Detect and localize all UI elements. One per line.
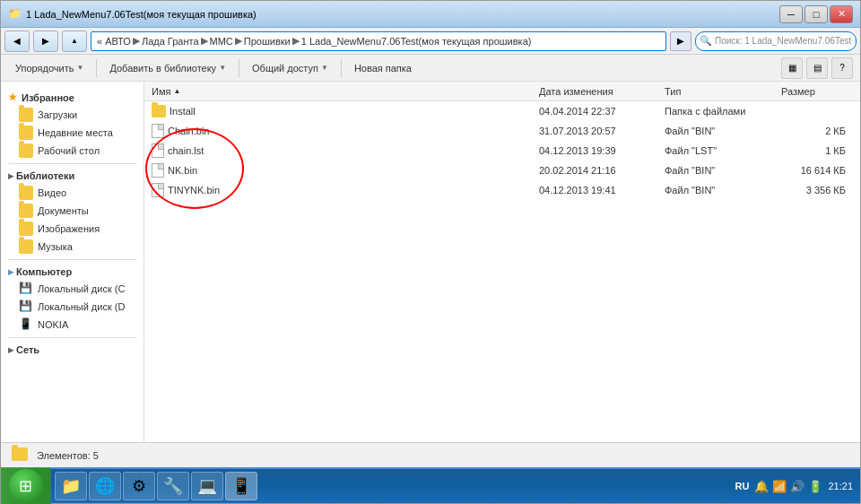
clock-time: 21:21 [828, 480, 853, 492]
file-list-header: Имя ▲ Дата изменения Тип Размер [144, 82, 860, 101]
search-box[interactable]: 🔍 Поиск: 1 Lada_NewMenu7.06Test(мо... [695, 31, 857, 51]
table-row[interactable]: Chain.bin 31.07.2013 20:57 Файл "BIN" 2 … [144, 121, 860, 141]
taskbar-items: 📁 🌐 ⚙ 🔧 💻 📱 [51, 472, 728, 500]
tool2-icon: 🔧 [163, 476, 183, 496]
search-icon: 🔍 [700, 35, 712, 47]
sidebar-item-desktop[interactable]: Рабочий стол [1, 142, 144, 160]
favorites-header[interactable]: ★ Избранное [1, 89, 144, 106]
sidebar-item-drive-c[interactable]: 💾 Локальный диск (C [1, 280, 144, 298]
sidebar-item-music[interactable]: Музыка [1, 238, 144, 256]
sidebar-item-drive-d[interactable]: 💾 Локальный диск (D [1, 298, 144, 316]
downloads-folder-icon [19, 108, 33, 122]
new-folder-button[interactable]: Новая папка [347, 57, 419, 79]
sort-indicator: ▲ [173, 87, 180, 95]
taskbar-item-3[interactable]: ⚙ [123, 472, 155, 500]
computer-header[interactable]: ▶ Компьютер [1, 264, 144, 280]
sidebar-item-downloads[interactable]: Загрузки [1, 106, 144, 124]
col-header-date[interactable]: Дата изменения [539, 86, 665, 97]
file-date: 31.07.2013 20:57 [539, 126, 665, 136]
table-row[interactable]: TINYNK.bin 04.12.2013 19:41 Файл "BIN" 3… [144, 180, 860, 200]
file-icon [152, 183, 164, 197]
window-title: 1 Lada_NewMenu7.06Test(моя текущая проши… [26, 9, 779, 20]
file-size: 16 614 КБ [781, 165, 853, 176]
toolbar-right: ▦ ▤ ? [781, 57, 853, 79]
divider-2 [8, 259, 136, 260]
sidebar-item-documents[interactable]: Документы [1, 202, 144, 220]
taskbar-item-6[interactable]: 📱 [225, 472, 257, 500]
taskbar-item-4[interactable]: 🔧 [157, 472, 189, 500]
close-button[interactable]: ✕ [830, 5, 853, 23]
col-header-type[interactable]: Тип [665, 86, 781, 97]
tool4-icon: 📱 [231, 476, 251, 496]
divider-1 [8, 163, 136, 164]
file-name: chain.lst [152, 143, 539, 158]
help-button[interactable]: ? [831, 57, 853, 79]
start-orb: ⊞ [9, 469, 43, 503]
taskbar-item-explorer[interactable]: 📁 [55, 472, 87, 500]
breadcrumb-avto: « АВТО [97, 36, 131, 47]
share-button[interactable]: Общий доступ ▼ [245, 57, 335, 79]
divider-3 [8, 337, 136, 338]
statusbar-folder-icon [12, 448, 30, 464]
file-size: 3 356 КБ [781, 185, 853, 196]
sidebar-item-images[interactable]: Изображения [1, 220, 144, 238]
battery-icon: 🔋 [808, 480, 822, 493]
file-type: Файл "BIN" [665, 185, 781, 196]
window: 📁 1 Lada_NewMenu7.06Test(моя текущая про… [0, 0, 861, 504]
statusbar: Элементов: 5 [1, 442, 860, 467]
taskbar: ⊞ 📁 🌐 ⚙ 🔧 💻 📱 RU 🔔 [1, 467, 860, 503]
add-library-dropdown-arrow: ▼ [219, 64, 226, 72]
drive-d-icon: 💾 [19, 300, 33, 314]
addressbar: ◀ ▶ ▲ « АВТО ▶ Лада Гранта ▶ MMC ▶ Проши… [1, 28, 860, 55]
go-button[interactable]: ▶ [670, 31, 691, 51]
computer-section: ▶ Компьютер 💾 Локальный диск (C 💾 Локаль… [1, 264, 144, 334]
table-row[interactable]: NK.bin 20.02.2014 21:16 Файл "BIN" 16 61… [144, 161, 860, 180]
titlebar-buttons: ─ □ ✕ [779, 5, 853, 23]
organize-button[interactable]: Упорядочить ▼ [8, 57, 91, 79]
start-button[interactable]: ⊞ [1, 468, 51, 504]
favorites-section: ★ Избранное Загрузки Недавние места Рабо… [1, 89, 144, 160]
sidebar-item-video[interactable]: Видео [1, 184, 144, 202]
maximize-button[interactable]: □ [804, 5, 828, 23]
notification-icon: 🔔 [754, 480, 769, 493]
col-header-name[interactable]: Имя ▲ [152, 86, 539, 97]
network-header[interactable]: ▶ Сеть [1, 342, 144, 358]
chrome-icon: 🌐 [95, 476, 115, 496]
file-size: 1 КБ [781, 145, 853, 156]
folder-icon [152, 105, 166, 117]
minimize-button[interactable]: ─ [779, 5, 803, 23]
toolbar-separator-2 [239, 59, 239, 77]
clock[interactable]: 21:21 [828, 480, 853, 492]
libraries-section: ▶ Библиотеки Видео Документы Изображения [1, 168, 144, 256]
sidebar-item-recent[interactable]: Недавние места [1, 124, 144, 142]
view-icons-button[interactable]: ▦ [781, 57, 803, 79]
taskbar-item-5[interactable]: 💻 [191, 472, 223, 500]
nokia-icon: 📱 [19, 317, 33, 332]
taskbar-item-chrome[interactable]: 🌐 [89, 472, 121, 500]
libraries-header[interactable]: ▶ Библиотеки [1, 168, 144, 184]
up-button[interactable]: ▲ [62, 30, 87, 52]
forward-button[interactable]: ▶ [33, 30, 58, 52]
file-type: Папка с файлами [665, 106, 781, 117]
add-library-button[interactable]: Добавить в библиотеку ▼ [102, 57, 233, 79]
video-folder-icon [19, 186, 33, 200]
breadcrumb-current: 1 Lada_NewMenu7.06Test(моя текущая проши… [301, 36, 532, 47]
address-path[interactable]: « АВТО ▶ Лада Гранта ▶ MMC ▶ Прошивки ▶ … [91, 31, 666, 51]
favorites-star-icon: ★ [8, 91, 17, 103]
file-type: Файл "BIN" [665, 165, 781, 176]
col-header-size[interactable]: Размер [781, 86, 853, 97]
sidebar-item-nokia[interactable]: 📱 NOKIA [1, 316, 144, 334]
file-icon [152, 124, 164, 138]
back-button[interactable]: ◀ [4, 30, 30, 52]
breadcrumb-mmc: MMC [210, 36, 233, 47]
desktop-folder-icon [19, 143, 33, 158]
table-row[interactable]: chain.lst 04.12.2013 19:39 Файл "LST" 1 … [144, 141, 860, 161]
share-dropdown-arrow: ▼ [321, 64, 328, 72]
window-icon: 📁 [8, 7, 22, 22]
view-details-button[interactable]: ▤ [806, 57, 828, 79]
statusbar-text: Элементов: 5 [37, 450, 99, 461]
table-row[interactable]: Install 04.04.2014 22:37 Папка с файлами [144, 101, 860, 121]
toolbar-separator-3 [341, 59, 342, 77]
titlebar: 📁 1 Lada_NewMenu7.06Test(моя текущая про… [1, 1, 860, 28]
file-list: Имя ▲ Дата изменения Тип Размер Install [144, 82, 860, 442]
